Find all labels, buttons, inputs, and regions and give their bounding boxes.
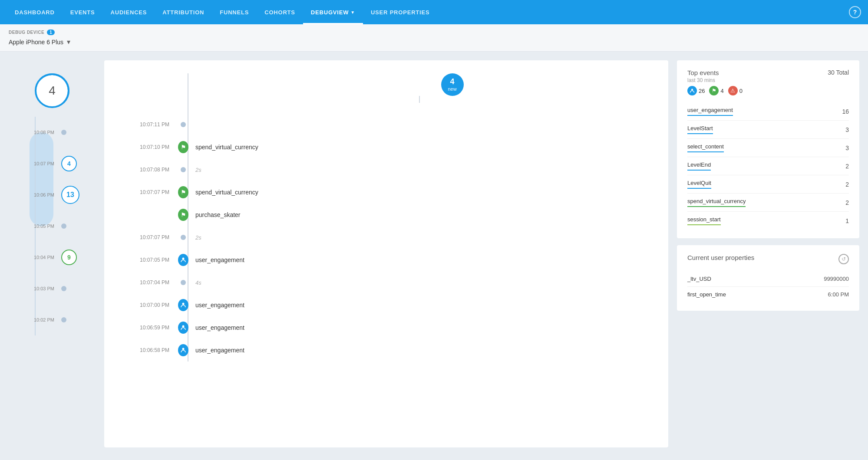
prop-name: first_open_time [687, 291, 726, 298]
timeline-time: 10:08 PM [26, 130, 54, 135]
event-time: 10:07:04 PM [122, 279, 178, 286]
new-badge-circle: 4 new [441, 73, 464, 96]
event-name: user_engagement [188, 302, 244, 309]
event-list-count: 1 [845, 217, 849, 224]
prop-list-item: first_open_time 6:00 PM [687, 287, 849, 302]
nav-user-properties[interactable]: USER PROPERTIES [363, 0, 438, 24]
event-name: user_engagement [188, 256, 244, 263]
timeline-list: 10:08 PM 10:07 PM 4 10:06 PM 13 10:05 PM [9, 117, 96, 335]
green-stat: ⚑ 4 [709, 86, 723, 95]
timeline-time: 10:04 PM [26, 255, 54, 260]
top-events-card-header: Top events last 30 mins 26 ⚑ 4 [687, 69, 849, 95]
event-row-gap: 10:07:08 PM 2s [122, 158, 651, 181]
event-list-item[interactable]: LevelQuit 2 [687, 175, 849, 194]
help-button[interactable]: ? [849, 6, 861, 18]
event-timeline: 4 new 10:07:11 PM 10:07:10 PM ⚑ [122, 73, 651, 361]
event-row[interactable]: ⚑ purchase_skater [122, 204, 651, 226]
event-list-item[interactable]: LevelStart 3 [687, 121, 849, 139]
device-selector[interactable]: Apple iPhone 6 Plus ▾ [9, 38, 859, 46]
nav-cohorts[interactable]: COHORTS [257, 0, 303, 24]
debug-device-label: DEBUG DEVICE 1 [9, 30, 859, 35]
event-time: 10:07:07 PM [122, 189, 178, 195]
event-list-item[interactable]: session_start 1 [687, 212, 849, 230]
event-row[interactable]: 10:06:58 PM user_engagement [122, 339, 651, 361]
timeline-dot [61, 130, 66, 135]
main-layout: 4 10:08 PM 10:07 PM 4 10:06 PM [0, 52, 868, 456]
timeline-dot [61, 317, 66, 322]
user-properties-header: Current user properties ↺ [687, 254, 849, 264]
event-list-count: 2 [845, 163, 849, 170]
history-icon[interactable]: ↺ [838, 254, 849, 264]
timeline-row: 10:02 PM [26, 304, 96, 335]
nav-funnels[interactable]: FUNNELS [212, 0, 257, 24]
timeline-row[interactable]: 10:07 PM 4 [26, 148, 96, 179]
event-list-item[interactable]: spend_virtual_currency 2 [687, 194, 849, 212]
nav-attribution[interactable]: ATTRIBUTION [155, 0, 212, 24]
svg-point-3 [182, 348, 185, 350]
user-properties-title: Current user properties [687, 254, 754, 261]
nav-debugview[interactable]: DEBUGVIEW ▼ [303, 0, 363, 24]
timeline-time: 10:05 PM [26, 223, 54, 229]
timeline-node-active[interactable]: 4 [61, 156, 77, 171]
event-list-item[interactable]: select_content 3 [687, 139, 849, 157]
blue-stat: 26 [687, 86, 705, 95]
event-gap: 2s [188, 234, 201, 241]
event-row[interactable]: 10:07:07 PM ⚑ spend_virtual_currency [122, 181, 651, 204]
timeline-time: 10:07 PM [26, 161, 54, 166]
nav-audiences[interactable]: AUDIENCES [103, 0, 155, 24]
center-events-panel: 4 new 10:07:11 PM 10:07:10 PM ⚑ [104, 60, 668, 447]
event-list-name: LevelQuit [687, 180, 711, 189]
nav-dashboard[interactable]: DASHBOARD [7, 0, 63, 24]
event-row[interactable]: 10:07:10 PM ⚑ spend_virtual_currency [122, 136, 651, 158]
timeline-time: 10:03 PM [26, 286, 54, 291]
event-name: purchase_skater [188, 211, 241, 218]
event-list-name: select_content [687, 143, 724, 152]
chevron-down-icon: ▼ [350, 10, 355, 15]
device-name: Apple iPhone 6 Plus [9, 39, 63, 46]
blue-stat-icon [687, 86, 697, 95]
new-badge-line [419, 96, 420, 103]
event-row[interactable]: 10:07:00 PM user_engagement [122, 294, 651, 316]
svg-point-2 [182, 325, 185, 328]
event-time: 10:06:59 PM [122, 325, 178, 331]
event-name: spend_virtual_currency [188, 144, 258, 151]
event-icon-green: ⚑ [178, 141, 188, 153]
event-row: 10:07:11 PM [122, 113, 651, 136]
timeline-node-active-large[interactable]: 13 [61, 186, 79, 204]
event-row[interactable]: 10:07:05 PM user_engagement [122, 249, 651, 271]
svg-point-0 [182, 258, 185, 260]
green-stat-icon: ⚑ [709, 86, 719, 95]
timeline-dot [61, 286, 66, 291]
center-circle: 4 [35, 73, 69, 108]
event-dot [181, 235, 186, 240]
top-events-list: user_engagement 16 LevelStart 3 select_c… [687, 102, 849, 230]
event-icon-blue [178, 254, 188, 266]
timeline-time: 10:02 PM [26, 317, 54, 322]
svg-point-4 [691, 89, 693, 91]
user-properties-list: _ltv_USD 99990000 first_open_time 6:00 P… [687, 271, 849, 302]
event-list-item[interactable]: user_engagement 16 [687, 102, 849, 121]
timeline-row[interactable]: 10:06 PM 13 [26, 179, 96, 210]
event-list-count: 2 [845, 199, 849, 206]
prop-list-item: _ltv_USD 99990000 [687, 271, 849, 287]
timeline-row[interactable]: 10:04 PM 9 [26, 242, 96, 273]
user-properties-card: Current user properties ↺ _ltv_USD 99990… [677, 245, 859, 311]
event-list-name: user_engagement [687, 107, 733, 116]
event-icon-blue [178, 344, 188, 356]
icon-stats: 26 ⚑ 4 ⚠ 0 [687, 86, 743, 95]
event-list-item[interactable]: LevelEnd 2 [687, 157, 849, 175]
nav-events[interactable]: EVENTS [63, 0, 103, 24]
event-row[interactable]: 10:06:59 PM user_engagement [122, 316, 651, 339]
timeline-dot [61, 223, 66, 229]
timeline-node-green[interactable]: 9 [61, 250, 77, 265]
event-list-name: spend_virtual_currency [687, 198, 746, 207]
event-icon-green: ⚑ [178, 186, 188, 198]
toolbar: DEBUG DEVICE 1 Apple iPhone 6 Plus ▾ [0, 24, 868, 52]
event-time: 10:07:00 PM [122, 302, 178, 308]
prop-value: 99990000 [824, 276, 849, 282]
dropdown-arrow-icon: ▾ [67, 38, 70, 46]
timeline-time: 10:06 PM [26, 192, 54, 197]
event-list-count: 16 [842, 108, 849, 115]
event-gap: 4s [188, 279, 201, 286]
event-list-name: LevelStart [687, 125, 713, 134]
